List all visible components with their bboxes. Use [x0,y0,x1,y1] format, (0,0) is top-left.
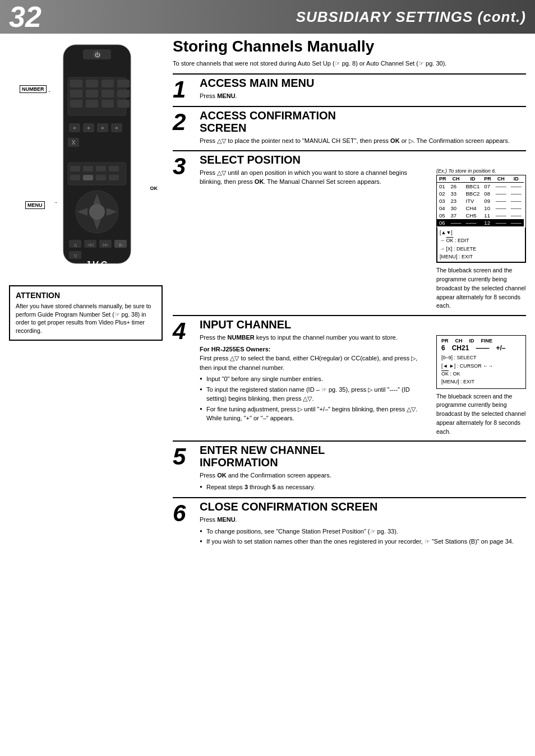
cell: ITV [464,197,482,205]
cell: 10 [482,205,494,212]
step-2-number: 2 [173,109,197,146]
step-2-content: ACCESS CONFIRMATIONSCREEN Press △▽ to pl… [197,109,526,146]
ch-val-id: —— [476,344,489,352]
cell: 02 [437,190,449,197]
cell: —— [509,219,524,226]
step-4-body: Press the NUMBER keys to input the chann… [200,333,431,342]
cell: 37 [449,212,464,219]
svg-rect-35 [109,175,119,180]
col-pr2: PR [482,175,494,183]
cell: —— [494,197,509,205]
svg-rect-7 [102,80,114,87]
ch-col-id: ID [469,338,474,344]
section-main-title: Storing Channels Manually [173,38,526,55]
col-pr1: PR [437,175,449,183]
cell: —— [509,197,524,205]
step-1-body: Press MENU. [200,91,526,101]
table-row: 0126BBC1 07———— [437,182,524,190]
svg-rect-8 [117,80,130,87]
step-3-left: Press △▽ until an open position in which… [200,168,431,310]
cell: —— [494,205,509,212]
cell: —— [494,182,509,190]
step-4-bullets: Input "0" before any single number entri… [200,374,431,423]
ch-value-row: 6 CH21 —— +/– [441,344,521,352]
table-row: 0233BBC2 08———— [437,190,524,197]
cell: CH5 [464,212,482,219]
svg-rect-5 [70,80,82,87]
ch-header-row: PR CH ID FINE [441,338,521,344]
cell: —— [494,212,509,219]
cell: BBC1 [464,182,482,190]
page-title-header: SUBSIDIARY SETTINGS (cont.) [296,8,526,26]
svg-text:+: + [73,125,76,131]
cell: 30 [449,205,464,212]
remote-svg: ⏻ [52,39,142,275]
svg-text:X: X [72,140,76,146]
remote-illustration: NUMBER → MENU → OK ⏻ [9,39,163,276]
bullet-item: For fine tuning adjustment, press ▷ unti… [200,405,431,423]
cell: —— [509,205,524,212]
cell: —— [449,219,464,226]
step-6-body: Press MENU. [200,515,526,525]
step-4-heading: INPUT CHANNEL [200,318,526,331]
svg-rect-31 [109,166,119,171]
svg-rect-12 [117,90,130,98]
table-row: 0430CH4 10———— [437,205,524,212]
cell: —— [494,190,509,197]
step-5: 5 ENTER NEW CHANNELINFORMATION Press OK … [173,440,526,493]
step-3-content: SELECT POSITION Press △▽ until an open p… [197,154,526,310]
step-4: 4 INPUT CHANNEL Press the NUMBER keys to… [173,315,526,436]
cell: 23 [449,197,464,205]
main-content: NUMBER → MENU → OK ⏻ [0,34,535,561]
step-6-heading: CLOSE CONFIRMATION SCREEN [200,500,526,513]
cell: —— [509,212,524,219]
svg-rect-34 [96,175,106,180]
step-6-bullets: To change positions, see "Change Station… [200,527,526,546]
step-3-right: (Ex.) To store in position 6. PR CH ID P… [436,168,526,310]
step-3-number: 3 [173,154,197,310]
svg-rect-13 [70,100,82,108]
left-column: NUMBER → MENU → OK ⏻ [0,34,168,561]
cell: 07 [482,182,494,190]
svg-text:+: + [101,125,104,131]
cell: 11 [482,212,494,219]
ch-col-pr: PR [441,338,449,344]
step-2-heading: ACCESS CONFIRMATIONSCREEN [200,109,526,134]
step-4-inner: Press the NUMBER keys to input the chann… [200,333,526,436]
step-4-right: PR CH ID FINE 6 CH21 —— +/– [436,333,526,436]
step-3-heading: SELECT POSITION [200,154,526,166]
ch-col-ch: CH [455,338,463,344]
attention-title: ATTENTION [16,291,156,300]
right-column: Storing Channels Manually To store chann… [168,34,535,561]
cell: BBC2 [464,190,482,197]
svg-rect-33 [83,175,93,180]
cell: 06 [437,219,449,226]
svg-text:◁◁: ◁◁ [87,243,94,247]
svg-rect-6 [86,80,98,87]
svg-rect-29 [83,166,93,171]
step-4-subheading: For HR-J255ES Owners: [200,345,431,354]
svg-rect-30 [96,166,106,171]
cell: 01 [437,182,449,190]
bullet-item: Repeat steps 3 through 5 as necessary. [200,483,526,492]
channel-table: PR CH ID PR CH ID [436,175,526,263]
table-row-highlight: 06———— 12———— [437,219,524,226]
cell: —— [494,219,509,226]
step-3-blueback: The blueback screen and the programme cu… [436,266,526,310]
ch-val-ch: CH21 [452,344,469,352]
section-intro: To store channels that were not stored d… [173,59,526,68]
cell: 05 [437,212,449,219]
attention-body: After you have stored channels manually,… [16,302,156,335]
step-5-number: 5 [173,444,197,493]
ch-col-fine: FINE [481,338,493,344]
table-row: 0537CH5 11———— [437,212,524,219]
step-2-body: Press △▽ to place the pointer next to "M… [200,136,526,146]
number-arrow: → [47,89,51,94]
bullet-item: To change positions, see "Change Station… [200,527,526,536]
number-label: NUMBER [20,85,47,93]
channel-legend: [▲▼] → OK : EDIT → [X] : DELETE [MENU] :… [437,228,525,263]
svg-text:JVC: JVC [85,260,109,270]
step-4-blueback: The blueback screen and the programme cu… [436,392,526,437]
step-1-content: ACCESS MAIN MENU Press MENU. [197,77,526,101]
svg-text:+: + [115,125,118,131]
